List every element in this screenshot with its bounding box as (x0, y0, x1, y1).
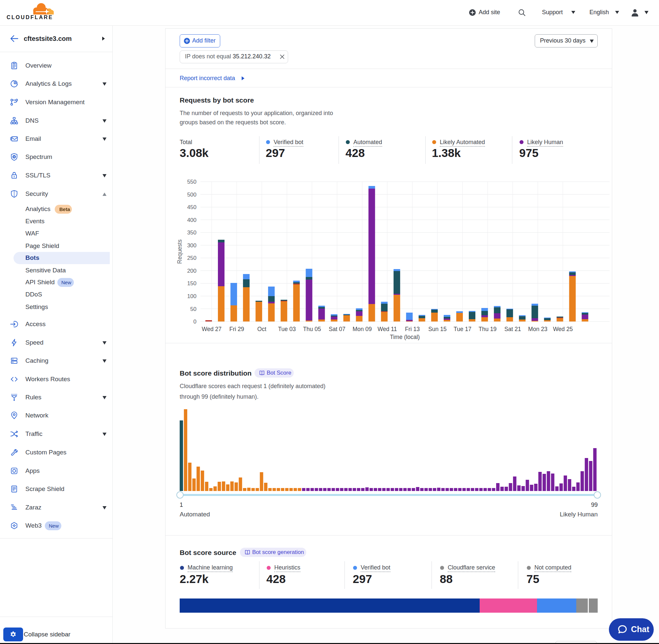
svg-text:Tue 17: Tue 17 (454, 326, 471, 332)
svg-text:Thu 19: Thu 19 (479, 326, 496, 332)
svg-text:250: 250 (187, 255, 196, 261)
svg-text:Sat 21: Sat 21 (504, 326, 521, 332)
svg-text:Wed 25: Wed 25 (553, 326, 573, 332)
svg-text:350: 350 (187, 230, 196, 236)
svg-text:Fri 29: Fri 29 (230, 326, 244, 332)
svg-text:Oct: Oct (257, 326, 266, 332)
svg-text:Wed 11: Wed 11 (377, 326, 397, 332)
svg-text:Tue 03: Tue 03 (278, 326, 296, 332)
svg-text:Requests: Requests (176, 239, 183, 264)
svg-text:100: 100 (187, 293, 196, 299)
svg-text:300: 300 (187, 243, 196, 249)
svg-text:Mon 23: Mon 23 (528, 326, 547, 332)
svg-text:Sat 07: Sat 07 (329, 326, 346, 332)
svg-text:400: 400 (187, 217, 196, 223)
svg-text:550: 550 (187, 179, 196, 185)
svg-text:500: 500 (187, 191, 196, 198)
svg-text:200: 200 (187, 268, 196, 274)
svg-text:150: 150 (187, 280, 196, 286)
svg-text:Fri 13: Fri 13 (405, 326, 420, 332)
svg-text:Time (local): Time (local) (390, 334, 420, 340)
svg-text:Mon 09: Mon 09 (352, 326, 372, 332)
svg-text:Sun 15: Sun 15 (428, 326, 446, 332)
svg-text:450: 450 (187, 204, 196, 210)
svg-text:Thu 05: Thu 05 (303, 326, 321, 332)
svg-text:Wed 27: Wed 27 (202, 326, 221, 332)
svg-text:50: 50 (190, 306, 196, 312)
svg-text:0: 0 (193, 319, 196, 325)
